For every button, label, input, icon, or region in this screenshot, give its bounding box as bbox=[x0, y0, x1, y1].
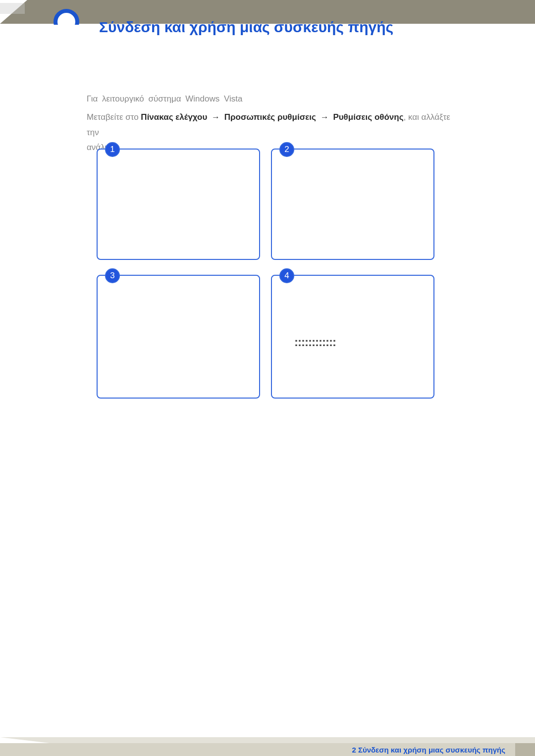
os-name: Windows Vista bbox=[185, 94, 242, 103]
step-badge-3: 3 bbox=[105, 268, 120, 283]
arrow-icon: → bbox=[212, 112, 220, 122]
footer-chapter-number: 2 bbox=[352, 746, 356, 754]
os-prefix: Για λειτουργικό σύστημα bbox=[87, 94, 181, 103]
step-badge-2: 2 bbox=[279, 142, 294, 157]
header-diagonal-decoration bbox=[0, 0, 27, 24]
section-title: Σύνδεση και χρήση μιας συσκευής πηγής bbox=[99, 19, 393, 36]
screenshot-box-4: 4 :::::::::::: bbox=[271, 275, 434, 399]
step-badge-4: 4 bbox=[279, 268, 294, 283]
placeholder-dots: :::::::::::: bbox=[294, 335, 336, 349]
footer-chapter-title: Σύνδεση και χρήση μιας συσκευής πηγής bbox=[358, 746, 505, 754]
footer-bar-light bbox=[0, 737, 535, 743]
arrow-icon: → bbox=[321, 112, 329, 122]
screenshot-box-1: 1 bbox=[97, 149, 260, 260]
screenshot-grid: 1 2 3 4 :::::::::::: bbox=[97, 149, 434, 399]
footer-text: 2 Σύνδεση και χρήση μιας συσκευής πηγής bbox=[352, 746, 505, 754]
screenshot-box-2: 2 bbox=[271, 149, 434, 260]
chapter-circle-mask bbox=[47, 25, 87, 45]
path-segment-3: Ρυθμίσεις οθόνης bbox=[333, 112, 403, 122]
step-badge-1: 1 bbox=[105, 142, 120, 157]
path-segment-2: Προσωπικές ρυθμίσεις bbox=[224, 112, 316, 122]
os-line: Για λειτουργικό σύστημα Windows Vista bbox=[87, 94, 458, 104]
footer: 2 Σύνδεση και χρήση μιας συσκευής πηγής bbox=[0, 737, 535, 756]
screenshot-box-3: 3 bbox=[97, 275, 260, 399]
path-segment-1: Πίνακας ελέγχου bbox=[141, 112, 207, 122]
footer-page-box bbox=[515, 743, 535, 756]
instruction-prefix: Μεταβείτε στο bbox=[87, 112, 139, 122]
footer-bar-dark: 2 Σύνδεση και χρήση μιας συσκευής πηγής bbox=[0, 743, 535, 756]
